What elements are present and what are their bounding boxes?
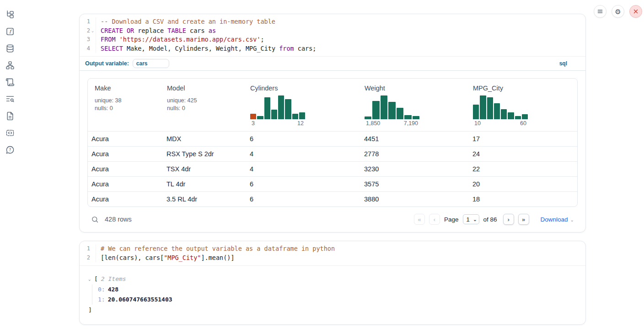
- page-total: of 86: [483, 216, 497, 223]
- download-button[interactable]: Download ⌄: [541, 216, 574, 223]
- table-row: AcuraTSX 4dr4323022: [88, 161, 577, 176]
- line-number: 4: [80, 44, 96, 53]
- page-label: Page: [444, 216, 459, 223]
- search-icon: [91, 216, 99, 223]
- language-badge: sql: [559, 60, 567, 67]
- data-table: Make unique: 38nulls: 0 Model unique: 42…: [87, 78, 578, 207]
- search-button[interactable]: [91, 216, 99, 223]
- notebook-controls: ⚙: [594, 5, 642, 18]
- help-icon[interactable]: ?: [5, 145, 15, 154]
- line-number: 2: [80, 254, 96, 263]
- code-line[interactable]: SELECT Make, Model, Cylinders, Weight, M…: [96, 44, 316, 53]
- weight-histogram: [365, 95, 419, 119]
- python-editor[interactable]: 1# We can reference the output variable …: [80, 241, 585, 265]
- list-item: 0:428: [98, 285, 578, 295]
- notebook-main: 1-- Download a CSV and create an in-memo…: [79, 14, 586, 325]
- code-line[interactable]: # We can reference the output variable a…: [96, 244, 335, 254]
- page-select[interactable]: 1 ⌄: [463, 214, 479, 224]
- code-line[interactable]: CREATE OR replace TABLE cars as: [96, 26, 216, 36]
- column-header-mpg-city[interactable]: MPG_City 1060: [466, 79, 577, 131]
- table-row: AcuraTL 4dr6357520: [88, 176, 577, 191]
- gear-icon: ⚙: [615, 8, 621, 15]
- column-header-cylinders[interactable]: Cylinders 312: [243, 79, 358, 131]
- mpg-city-histogram: [473, 95, 528, 119]
- stat-nulls: nulls: 0: [95, 105, 156, 112]
- code-line[interactable]: -- Download a CSV and create an in-memor…: [96, 17, 275, 26]
- line-number: 1: [80, 17, 96, 26]
- chevron-down-icon: ⌄: [570, 217, 574, 222]
- sidebar: f ?: [0, 0, 20, 333]
- fold-chevron-icon[interactable]: ⌄: [90, 26, 95, 36]
- output-variable-label: Output variable:: [85, 60, 129, 67]
- list-item: 1:20.060747663551403: [98, 295, 578, 305]
- tree-items: 0:428 1:20.060747663551403: [92, 285, 578, 305]
- column-header-make[interactable]: Make unique: 38nulls: 0: [88, 79, 160, 131]
- table-footer: 428 rows « ‹ Page 1 ⌄ of 86 › » Download…: [80, 207, 585, 232]
- python-output: ⌄ [ 2 Items 0:428 1:20.060747663551403 ]: [80, 265, 585, 324]
- tree-collapse-icon[interactable]: ⌄: [88, 274, 94, 284]
- code-line[interactable]: FROM 'https://datasets.marimo.app/cars.c…: [96, 35, 264, 44]
- line-number: 2⌄: [80, 26, 96, 36]
- line-number: 1: [80, 244, 96, 254]
- output-variable-input[interactable]: [133, 59, 169, 68]
- pagination: « ‹ Page 1 ⌄ of 86 › » Download ⌄: [414, 214, 574, 225]
- close-button[interactable]: [629, 5, 642, 18]
- last-page-button[interactable]: »: [518, 214, 529, 225]
- stat-unique: unique: 425: [167, 97, 239, 105]
- sql-editor[interactable]: 1-- Download a CSV and create an in-memo…: [80, 14, 585, 56]
- svg-text:?: ?: [9, 147, 11, 152]
- hamburger-icon: [597, 8, 603, 15]
- table-row: Acura3.5 RL 4dr6388018: [88, 191, 577, 206]
- output-variable-bar: Output variable: sql: [80, 56, 585, 71]
- python-cell: 1# We can reference the output variable …: [79, 241, 586, 325]
- table-output: Make unique: 38nulls: 0 Model unique: 42…: [80, 71, 585, 207]
- snippets-icon[interactable]: [5, 128, 15, 137]
- settings-button[interactable]: ⚙: [612, 5, 624, 18]
- scroll-icon[interactable]: [5, 78, 15, 87]
- sql-cell: 1-- Download a CSV and create an in-memo…: [79, 14, 586, 233]
- first-page-button[interactable]: «: [414, 214, 425, 225]
- column-header-weight[interactable]: Weight 1,8507,190: [358, 79, 466, 131]
- table-header-row: Make unique: 38nulls: 0 Model unique: 42…: [88, 79, 577, 131]
- prev-page-button[interactable]: ‹: [429, 214, 440, 225]
- code-line[interactable]: [len(cars), cars["MPG_City"].mean()]: [96, 254, 235, 263]
- stat-nulls: nulls: 0: [167, 105, 239, 112]
- histogram-axis: 312: [250, 119, 305, 127]
- chevron-down-icon: ⌄: [473, 217, 477, 222]
- document-icon[interactable]: [5, 111, 15, 121]
- menu-button[interactable]: [594, 5, 606, 18]
- table-row: AcuraMDX6445117: [88, 131, 577, 146]
- line-number: 3: [80, 35, 96, 44]
- text-search-icon[interactable]: [5, 95, 15, 104]
- stat-unique: unique: 38: [95, 97, 156, 105]
- row-count: 428 rows: [105, 216, 132, 223]
- database-icon[interactable]: [5, 44, 15, 53]
- network-icon[interactable]: [5, 61, 15, 70]
- svg-text:f: f: [9, 29, 12, 35]
- function-icon[interactable]: f: [5, 27, 15, 36]
- histogram-axis: 1,8507,190: [365, 119, 419, 127]
- table-row: AcuraRSX Type S 2dr4277824: [88, 146, 577, 161]
- next-page-button[interactable]: ›: [503, 214, 514, 225]
- items-count-label: 2 Items: [101, 274, 126, 284]
- close-icon: [633, 8, 639, 15]
- cylinders-histogram: [250, 95, 305, 119]
- file-tree-icon[interactable]: [5, 10, 15, 19]
- column-header-model[interactable]: Model unique: 425nulls: 0: [160, 79, 243, 131]
- histogram-axis: 1060: [473, 119, 528, 127]
